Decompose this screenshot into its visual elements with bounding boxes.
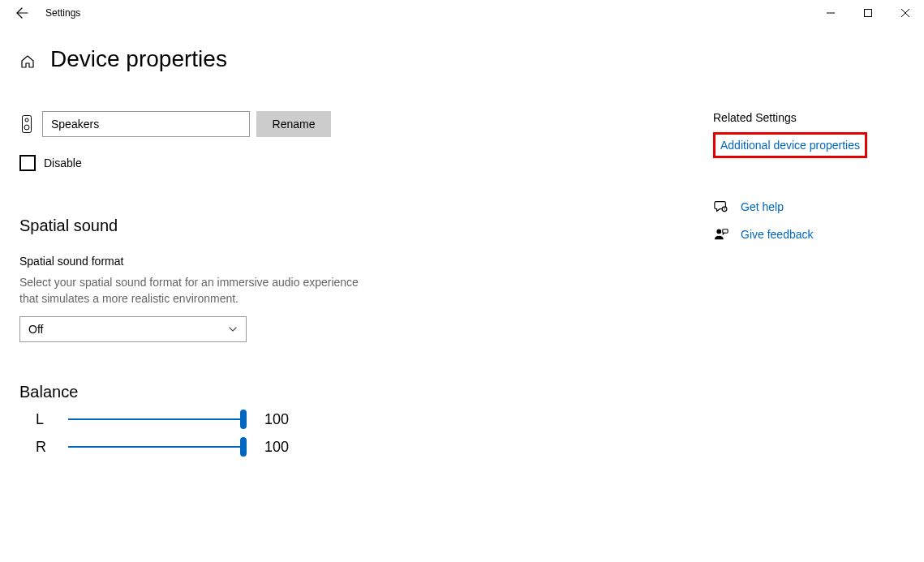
maximize-button[interactable] bbox=[849, 0, 887, 26]
additional-device-properties-link[interactable]: Additional device properties bbox=[720, 139, 860, 152]
svg-point-6 bbox=[716, 230, 721, 234]
give-feedback-row: Give feedback bbox=[713, 226, 908, 242]
svg-point-3 bbox=[24, 125, 29, 130]
disable-checkbox[interactable] bbox=[19, 155, 36, 171]
spatial-format-label: Spatial sound format bbox=[19, 255, 474, 268]
spatial-format-value: Off bbox=[28, 323, 43, 336]
balance-right-slider[interactable] bbox=[68, 437, 243, 457]
titlebar: Settings bbox=[0, 0, 924, 26]
slider-thumb[interactable] bbox=[240, 437, 247, 457]
balance-right-row: R 100 bbox=[19, 437, 474, 457]
svg-rect-7 bbox=[723, 230, 728, 234]
disable-label: Disable bbox=[44, 157, 82, 169]
page-title: Device properties bbox=[50, 46, 227, 72]
disable-row: Disable bbox=[19, 155, 474, 171]
related-settings-heading: Related Settings bbox=[713, 111, 908, 124]
app-name: Settings bbox=[45, 7, 80, 19]
balance-left-slider[interactable] bbox=[68, 410, 243, 429]
rename-button[interactable]: Rename bbox=[256, 111, 331, 137]
spatial-description: Select your spatial sound format for an … bbox=[19, 274, 376, 307]
spatial-format-dropdown[interactable]: Off bbox=[19, 316, 247, 342]
balance-left-label: L bbox=[36, 411, 55, 428]
close-button[interactable] bbox=[887, 0, 924, 26]
chevron-down-icon bbox=[228, 324, 238, 334]
balance-right-label: R bbox=[36, 439, 55, 456]
home-icon[interactable] bbox=[19, 54, 36, 70]
svg-rect-0 bbox=[865, 10, 872, 17]
minimize-icon bbox=[827, 9, 835, 17]
get-help-row: ? Get help bbox=[713, 199, 908, 215]
device-name-input[interactable] bbox=[42, 111, 250, 137]
get-help-link[interactable]: Get help bbox=[741, 200, 784, 213]
back-button[interactable] bbox=[15, 6, 29, 20]
highlight-annotation: Additional device properties bbox=[713, 132, 867, 158]
balance-heading: Balance bbox=[19, 383, 474, 401]
slider-track bbox=[68, 418, 243, 420]
balance-left-value: 100 bbox=[264, 411, 289, 428]
slider-thumb[interactable] bbox=[240, 410, 247, 429]
close-icon bbox=[901, 9, 909, 17]
balance-left-row: L 100 bbox=[19, 410, 474, 429]
spatial-sound-heading: Spatial sound bbox=[19, 217, 474, 235]
balance-right-value: 100 bbox=[264, 439, 289, 456]
arrow-left-icon bbox=[15, 6, 28, 19]
window-controls bbox=[812, 0, 924, 26]
feedback-person-icon bbox=[713, 226, 729, 242]
minimize-button[interactable] bbox=[812, 0, 849, 26]
speaker-icon bbox=[19, 114, 34, 135]
slider-track bbox=[68, 446, 243, 448]
chat-help-icon: ? bbox=[713, 199, 729, 215]
page-header: Device properties bbox=[0, 46, 924, 72]
maximize-icon bbox=[864, 9, 872, 17]
device-name-row: Rename bbox=[19, 111, 474, 137]
give-feedback-link[interactable]: Give feedback bbox=[741, 228, 814, 241]
svg-point-2 bbox=[25, 118, 28, 122]
